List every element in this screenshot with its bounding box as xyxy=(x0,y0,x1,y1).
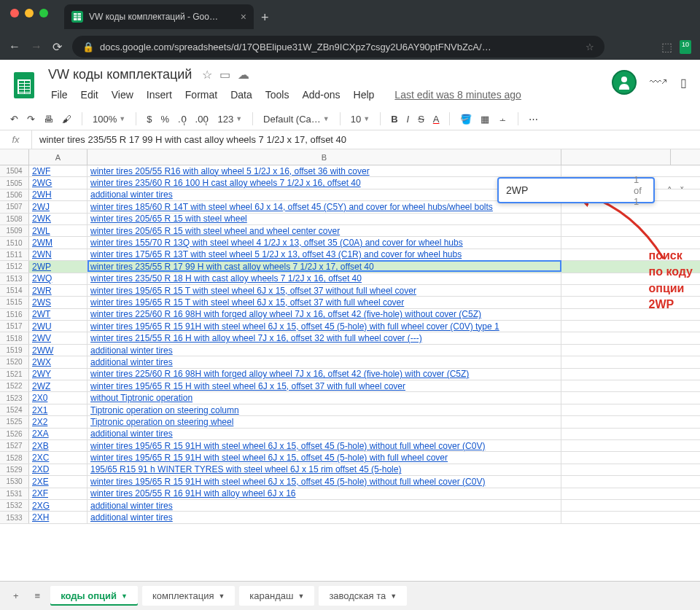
merge-icon[interactable]: ⫠ xyxy=(498,114,508,125)
cell[interactable]: winter tires 185/60 R 14T with steel whe… xyxy=(88,201,561,212)
tab-menu-icon[interactable]: ▼ xyxy=(298,593,304,600)
cell[interactable]: 2WK xyxy=(29,214,88,224)
row-number[interactable]: 1514 xyxy=(0,285,29,296)
table-row[interactable]: 15242X1Tiptronic operation on steering c… xyxy=(0,404,700,416)
table-row[interactable]: 15092WLwinter tires 205/65 R 15 with ste… xyxy=(0,225,700,237)
undo-icon[interactable]: ↶ xyxy=(10,114,18,125)
cloud-status-icon[interactable]: ☁ xyxy=(238,68,249,82)
cell[interactable]: 2WU xyxy=(29,321,88,332)
bold-icon[interactable]: B xyxy=(391,114,397,125)
tab-close-icon[interactable]: × xyxy=(241,11,246,23)
print-icon[interactable]: 🖶 xyxy=(44,114,53,125)
table-row[interactable]: 15132WQwinter tires 235/50 R 18 H with c… xyxy=(0,273,700,285)
find-next-icon[interactable]: ˅ xyxy=(680,185,685,196)
cell[interactable]: 2XB xyxy=(29,440,88,451)
sheets-logo-icon[interactable] xyxy=(10,67,38,103)
row-number[interactable]: 1509 xyxy=(0,225,29,236)
number-format-select[interactable]: 123▼ xyxy=(217,114,242,125)
borders-icon[interactable]: ▦ xyxy=(481,114,489,125)
move-doc-icon[interactable]: ▭ xyxy=(219,68,230,82)
table-row[interactable]: 15192WWadditional winter tires xyxy=(0,345,700,356)
col-header-b[interactable]: B xyxy=(88,149,561,165)
cell[interactable]: 2XH xyxy=(29,512,88,523)
cell[interactable]: 2XA xyxy=(29,429,88,439)
all-sheets-button[interactable]: ≡ xyxy=(29,587,47,604)
cell[interactable]: 2WS xyxy=(29,297,88,308)
decimal-dec-icon[interactable]: .0̩ xyxy=(178,114,187,125)
row-number[interactable]: 1504 xyxy=(0,165,29,176)
menu-addons[interactable]: Add-ons xyxy=(296,87,346,103)
cell[interactable]: 2XC xyxy=(29,452,88,463)
table-row[interactable]: 15172WUwinter tires 195/65 R 15 91H with… xyxy=(0,321,700,332)
cell[interactable]: winter tires 195/65 R 15 91H with steel … xyxy=(88,321,561,332)
cell[interactable]: winter tires 205/65 R 15 with steel whee… xyxy=(88,214,561,224)
row-number[interactable]: 1531 xyxy=(0,488,29,499)
cell[interactable]: additional winter tires xyxy=(88,189,561,200)
table-row[interactable]: 15262XAadditional winter tires xyxy=(0,429,700,440)
cell[interactable]: winter tires 235/60 R 16 100 H cast allo… xyxy=(88,177,561,188)
cell[interactable]: additional winter tires xyxy=(88,512,561,523)
find-input[interactable] xyxy=(506,184,634,196)
redo-icon[interactable]: ↷ xyxy=(27,114,35,125)
extension-icon[interactable]: ⬚ xyxy=(661,40,672,54)
font-select[interactable]: Default (Ca…▼ xyxy=(263,114,330,125)
cell[interactable]: 2WW xyxy=(29,345,88,356)
cell[interactable]: 2WR xyxy=(29,285,88,296)
forward-icon[interactable]: → xyxy=(31,40,42,53)
cell[interactable]: 2WY xyxy=(29,369,88,380)
table-row[interactable]: 15292XD195/65 R15 91 h WINTER TYRES with… xyxy=(0,464,700,476)
cell[interactable]: additional winter tires xyxy=(88,345,561,356)
table-row[interactable]: 15112WNwinter tires 175/65 R 13T with st… xyxy=(0,249,700,261)
decimal-inc-icon[interactable]: .00̩ xyxy=(195,114,209,125)
tab-menu-icon[interactable]: ▼ xyxy=(390,593,397,600)
row-number[interactable]: 1528 xyxy=(0,452,29,463)
cell[interactable]: 2WV xyxy=(29,332,88,343)
row-number[interactable]: 1519 xyxy=(0,345,29,356)
sheet-tab[interactable]: коды опций ▼ xyxy=(50,586,138,606)
avatar-icon[interactable] xyxy=(612,70,637,95)
menu-file[interactable]: File xyxy=(45,87,74,103)
row-number[interactable]: 1508 xyxy=(0,214,29,224)
cell[interactable]: 2WN xyxy=(29,249,88,260)
row-number[interactable]: 1507 xyxy=(0,201,29,212)
sheet-tab[interactable]: заводская та ▼ xyxy=(319,586,407,606)
cell[interactable]: Tiptronic operation on steering wheel xyxy=(88,416,561,427)
cell[interactable]: winter tires 195/65 R 15 T with steel wh… xyxy=(88,297,561,308)
table-row[interactable]: 15042WFwinter tires 205/55 R16 with allo… xyxy=(0,165,700,177)
table-row[interactable]: 15102WMwinter tires 155/70 R 13Q with st… xyxy=(0,237,700,249)
row-number[interactable]: 1505 xyxy=(0,177,29,188)
cell[interactable]: additional winter tires xyxy=(88,356,561,367)
cell[interactable]: 2XE xyxy=(29,476,88,487)
new-tab-button[interactable]: + xyxy=(261,10,269,26)
table-row[interactable]: 15272XBwinter tires 195/65 R 15 91H with… xyxy=(0,440,700,452)
strikethrough-icon[interactable]: S xyxy=(418,114,424,125)
sheet-tab[interactable]: комплектация ▼ xyxy=(142,586,235,606)
cell[interactable]: 2X1 xyxy=(29,404,88,415)
cell[interactable]: Tiptronic operation on steering column xyxy=(88,404,561,415)
table-row[interactable]: 15282XCwinter tires 195/65 R 15 91H with… xyxy=(0,452,700,464)
table-row[interactable]: 15252X2Tiptronic operation on steering w… xyxy=(0,416,700,428)
cell[interactable]: winter tires 195/65 R 15 91H with steel … xyxy=(88,476,561,487)
row-number[interactable]: 1525 xyxy=(0,416,29,427)
menu-edit[interactable]: Edit xyxy=(75,87,104,103)
formula-input[interactable]: winter tires 235/55 R 17 99 H with cast … xyxy=(32,130,700,149)
table-row[interactable]: 15142WRwinter tires 195/65 R 15 T with s… xyxy=(0,285,700,297)
window-maximize-icon[interactable] xyxy=(39,9,48,17)
cell[interactable]: 2WP xyxy=(29,261,88,272)
cell[interactable]: winter tires 235/50 R 18 H with cast all… xyxy=(88,273,561,284)
cell[interactable]: 195/65 R15 91 h WINTER TYRES with steel … xyxy=(88,464,561,475)
menu-help[interactable]: Help xyxy=(348,87,381,103)
row-number[interactable]: 1511 xyxy=(0,249,29,260)
italic-icon[interactable]: I xyxy=(407,114,410,125)
cell[interactable]: 2WF xyxy=(29,165,88,176)
table-row[interactable]: 15152WSwinter tires 195/65 R 15 T with s… xyxy=(0,297,700,308)
menu-data[interactable]: Data xyxy=(225,87,258,103)
reload-icon[interactable]: ⟳ xyxy=(52,40,62,54)
row-number[interactable]: 1510 xyxy=(0,237,29,248)
row-number[interactable]: 1513 xyxy=(0,273,29,284)
cell[interactable]: 2WX xyxy=(29,356,88,367)
row-number[interactable]: 1517 xyxy=(0,321,29,332)
star-doc-icon[interactable]: ☆ xyxy=(202,68,212,82)
cell[interactable]: 2XF xyxy=(29,488,88,499)
cell[interactable]: winter tires 235/55 R 17 99 H with cast … xyxy=(88,261,561,272)
